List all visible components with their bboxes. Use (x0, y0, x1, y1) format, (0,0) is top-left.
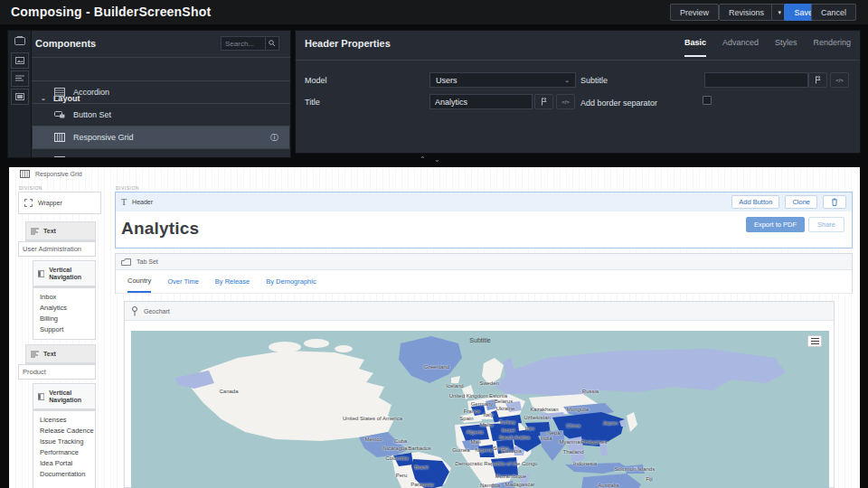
clone-button[interactable]: Clone (785, 195, 817, 209)
canvas-tab-over-time[interactable]: Over Time (167, 270, 199, 293)
geochart-icon (131, 306, 138, 316)
vertical-navigation-icon (38, 269, 44, 278)
division-label: DIVISION (19, 185, 42, 191)
tabset-icon (121, 258, 131, 266)
responsive-grid-label: Responsive Grid (35, 171, 82, 177)
tab-styles[interactable]: Styles (775, 38, 797, 57)
canvas-tab-by-demographic[interactable]: By Demographic (266, 270, 316, 293)
geochart-map[interactable]: Subtitle GreenlandCanadaIcelandSwedenUni… (131, 331, 829, 488)
export-pdf-button[interactable]: Export to PDF (746, 217, 805, 232)
vertical-navigation-items: LicensesRelease CadenceIssue TrackingPer… (33, 410, 96, 488)
components-panel: Components ⌄ Layout Accordion Button Set… (7, 30, 291, 158)
media-icon[interactable] (11, 89, 29, 105)
collapse-up-icon[interactable]: ⌃ (420, 155, 426, 164)
text-content[interactable]: Product (18, 364, 96, 380)
responsive-grid-icon (20, 170, 30, 178)
wrapper-component[interactable]: Wrapper (18, 192, 101, 214)
wrapper-label: Wrapper (38, 200, 62, 206)
delete-button[interactable] (823, 195, 846, 209)
text-component[interactable]: Text (25, 344, 96, 364)
map-subtitle: Subtitle (469, 337, 490, 343)
properties-panel: Header Properties Basic Advanced Styles … (295, 30, 861, 154)
tabset-label: Tab Set (137, 258, 158, 265)
vertical-navigation-component[interactable]: Vertical Navigation (33, 260, 96, 287)
collapse-strip: ⌃ ⌄ (0, 154, 868, 167)
search-icon[interactable] (266, 36, 279, 51)
component-item-label: Button Set (73, 110, 111, 119)
properties-tabs: Basic Advanced Styles Rendering (684, 38, 851, 57)
vertical-navigation-component[interactable]: Vertical Navigation (33, 383, 96, 410)
revisions-button[interactable]: Revisions (719, 4, 774, 21)
window-icon[interactable] (8, 31, 32, 51)
icon-rail (8, 31, 32, 157)
nav-item[interactable]: Documentation (40, 469, 95, 480)
list-icon[interactable] (11, 70, 29, 87)
division-label: DIVISION (116, 185, 139, 191)
nav-item[interactable]: Licenses (40, 415, 95, 426)
tab-advanced[interactable]: Advanced (722, 38, 759, 57)
chevron-down-icon: ⌄ (564, 77, 570, 84)
vertical-navigation-icon (38, 392, 44, 401)
header-component[interactable]: T Header Add Button Clone Analytics Expo… (115, 192, 853, 249)
header-title-text: Analytics (121, 219, 199, 239)
nav-item[interactable]: Idea Portal (40, 458, 95, 469)
vertical-navigation-label: Vertical Navigation (49, 267, 90, 281)
add-button[interactable]: Add Button (731, 195, 779, 209)
nav-item[interactable]: Analytics (40, 303, 95, 314)
subtitle-input[interactable] (704, 72, 808, 88)
chart-menu-icon[interactable] (807, 335, 822, 347)
code-icon[interactable]: </> (830, 72, 849, 88)
title-label: Title (305, 98, 320, 107)
nav-item[interactable]: Billing (40, 314, 95, 324)
title-input[interactable] (429, 94, 533, 109)
component-item-accordion[interactable]: Accordion (33, 81, 289, 103)
text-component-label: Text (43, 351, 56, 357)
geochart-label: Geochart (144, 308, 170, 314)
components-panel-title: Components (35, 38, 96, 49)
border-separator-label: Add border separator (580, 99, 657, 108)
text-icon: T (121, 197, 127, 207)
tab-basic[interactable]: Basic (684, 38, 706, 57)
vertical-navigation-items: InboxAnalyticsBillingSupport (33, 287, 96, 340)
search-input[interactable] (221, 36, 266, 51)
nav-item[interactable]: Release Cadence (40, 426, 95, 436)
vertical-navigation-label: Vertical Navigation (49, 389, 90, 404)
code-icon[interactable]: </> (556, 94, 575, 109)
tab-rendering[interactable]: Rendering (813, 38, 851, 57)
geochart-component[interactable]: Geochart (124, 301, 835, 488)
nav-item[interactable]: Performance (40, 447, 95, 458)
text-icon (31, 351, 39, 358)
text-icon (31, 228, 39, 235)
nav-item[interactable]: Inbox (40, 292, 95, 303)
trash-icon (831, 198, 838, 206)
binding-icon[interactable] (808, 72, 827, 88)
nav-item[interactable]: Issue Tracking (40, 436, 95, 447)
component-item-responsive-grid[interactable]: Responsive Grid ⓘ (33, 127, 289, 148)
canvas-tab-by-release[interactable]: By Release (215, 270, 250, 293)
model-label: Model (305, 76, 327, 85)
share-button[interactable]: Share (808, 217, 844, 232)
model-select[interactable]: Users ⌄ (429, 72, 576, 88)
text-content[interactable]: User Administration (18, 241, 96, 257)
subtitle-label: Subtitle (580, 76, 608, 85)
preview-button[interactable]: Preview (670, 4, 719, 21)
canvas-tab-country[interactable]: Country (127, 270, 151, 293)
header-component-label: Header (132, 199, 153, 205)
collapse-down-icon[interactable]: ⌄ (434, 155, 440, 164)
responsive-grid-root[interactable]: Responsive Grid (20, 170, 82, 178)
binding-icon[interactable] (534, 94, 553, 109)
info-icon[interactable]: ⓘ (270, 132, 278, 144)
border-separator-checkbox[interactable] (703, 96, 712, 105)
component-item-button-set[interactable]: Button Set (33, 104, 289, 126)
cancel-button[interactable]: Cancel (811, 4, 856, 21)
properties-panel-title: Header Properties (305, 38, 391, 49)
text-component-label: Text (43, 228, 56, 234)
nav-item[interactable]: Support (40, 324, 95, 335)
titlebar: Composing - BuilderScreenShot Preview Re… (0, 0, 868, 24)
wrapper-icon (24, 199, 33, 207)
image-icon[interactable] (11, 52, 29, 69)
page-title: Composing - BuilderScreenShot (11, 5, 211, 19)
tabset-component[interactable]: Tab Set Country Over Time By Release By … (115, 253, 853, 294)
text-component[interactable]: Text (25, 221, 96, 241)
component-item-label: Accordion (73, 88, 109, 97)
